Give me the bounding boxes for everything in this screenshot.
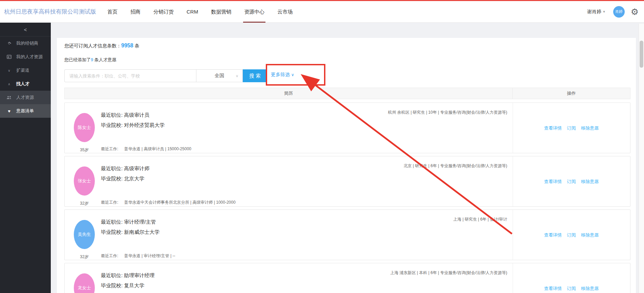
- nav-item[interactable]: CRM: [180, 1, 205, 23]
- more-filter-label: 更多筛选: [271, 72, 290, 77]
- sidebar-item-label: 我的经销商: [16, 40, 38, 46]
- nav-item-label: 云市场: [277, 9, 293, 15]
- sidebar-item[interactable]: ∧ 找人才: [0, 77, 51, 91]
- table-header: 简历 操作: [64, 88, 630, 99]
- people-icon: [6, 95, 12, 100]
- school-label: 毕业院校:: [101, 122, 123, 128]
- work-label: 最近工作:: [101, 253, 118, 258]
- sidebar-item[interactable]: 人才资源: [0, 91, 51, 104]
- top-red-strip: [0, 0, 644, 1]
- column-header-resume: 简历: [65, 88, 512, 99]
- nav-item[interactable]: 首页: [101, 1, 124, 23]
- talent-job-line: 最近职位: 高级审计师: [101, 165, 149, 172]
- nav-item-label: 分销订货: [153, 9, 174, 15]
- talent-work-line: 最近工作: 普华永道 | 审计经理/主管 | --: [101, 253, 175, 259]
- chevron-down-icon: ∨: [6, 69, 12, 72]
- row-actions: 查看详情 订阅 移除意愿: [513, 125, 630, 131]
- view-detail-link[interactable]: 查看详情: [544, 126, 562, 131]
- talent-avatar: 陈女士: [74, 113, 95, 142]
- view-detail-link[interactable]: 查看详情: [544, 286, 562, 291]
- content-panel: 您还可订阅人才信息条数：9958 条 您已经添加了9 条人才意愿 全国 ∨ 搜 …: [57, 38, 636, 293]
- remove-wish-link[interactable]: 移除意愿: [581, 286, 599, 291]
- sidebar-item[interactable]: ∨ 扩渠道: [0, 64, 51, 77]
- nav-item[interactable]: 招商: [124, 1, 147, 23]
- avatar[interactable]: 肖婷: [613, 6, 625, 18]
- talent-row: 吴先生 32岁 最近职位: 审计经理/主管 毕业院校: 新南威尔士大学 最近工作…: [64, 209, 630, 260]
- search-button[interactable]: 搜 索: [243, 69, 267, 82]
- sidebar-item-label: 意愿清单: [16, 108, 34, 114]
- more-filter-link[interactable]: 更多筛选∨: [271, 72, 294, 78]
- school-label: 毕业院校:: [101, 283, 123, 288]
- remove-wish-link[interactable]: 移除意愿: [581, 232, 599, 238]
- subscribe-count: 9958: [121, 43, 133, 48]
- brand-title: 杭州日思夜享高科技有限公司测试版: [4, 8, 96, 16]
- sidebar-item-label: 扩渠道: [16, 67, 29, 73]
- sidebar-item[interactable]: 我的人才资源: [0, 50, 51, 64]
- subscribe-link[interactable]: 订阅: [567, 179, 576, 184]
- search-bar: 全国 ∨ 搜 索: [64, 69, 267, 82]
- sidebar-item[interactable]: 我的经销商: [0, 37, 51, 50]
- sidebar-item[interactable]: ♥ 意愿清单: [0, 104, 51, 118]
- nav-item-label: 数据营销: [211, 9, 231, 15]
- talent-meta: 上海 浦东新区 | 本科 | 6年 | 专业服务/咨询(财会/法律/人力资源等): [390, 270, 507, 276]
- talent-job-line: 最近职位: 助理审计经理: [101, 272, 154, 279]
- talent-name: 陈女士: [78, 125, 91, 131]
- sidebar-collapse-button[interactable]: <: [0, 23, 51, 37]
- region-select-value: 全国: [215, 73, 224, 79]
- nav-item-label: 招商: [130, 9, 141, 15]
- nav-item[interactable]: 资源中心: [238, 1, 271, 23]
- subscribe-link[interactable]: 订阅: [567, 232, 576, 238]
- talent-school-line: 毕业院校: 新南威尔士大学: [101, 229, 159, 235]
- remove-wish-link[interactable]: 移除意愿: [581, 179, 599, 184]
- region-select[interactable]: 全国 ∨: [196, 69, 243, 82]
- school-value: 复旦大学: [124, 283, 144, 288]
- gear-icon[interactable]: ⚙: [631, 7, 639, 16]
- chevron-up-icon: ∧: [6, 82, 12, 86]
- sidebar-item-label: 找人才: [16, 81, 29, 87]
- added-count-line: 您已经添加了9 条人才意愿: [64, 57, 116, 63]
- heart-icon: ♥: [6, 109, 12, 114]
- nav-item[interactable]: 云市场: [271, 1, 299, 23]
- top-nav: 首页 招商 分销订货 CRM 数据营销 资源中心 云市场: [101, 1, 299, 23]
- subscribe-link[interactable]: 订阅: [567, 286, 576, 291]
- talent-school-line: 毕业院校: 复旦大学: [101, 283, 144, 289]
- talent-row: 陈女士 35岁 最近职位: 高级审计员 毕业院校: 对外经济贸易大学 最近工作:…: [64, 103, 630, 153]
- chevron-down-icon: ∨: [236, 74, 238, 78]
- job-value: 审计经理/主管: [124, 219, 156, 225]
- user-name[interactable]: 谢肖婷: [587, 9, 601, 15]
- remove-wish-link[interactable]: 移除意愿: [581, 126, 599, 131]
- talent-work-line: 最近工作: 普华永道 | 高级审计员 | 15000-25000: [101, 146, 191, 152]
- subscribe-link[interactable]: 订阅: [567, 126, 576, 131]
- subscribe-suffix: 条: [133, 43, 139, 48]
- school-value: 新南威尔士大学: [124, 229, 159, 235]
- view-detail-link[interactable]: 查看详情: [544, 232, 562, 238]
- talent-job-line: 最近职位: 审计经理/主管: [101, 219, 156, 225]
- talent-name: 张女士: [78, 178, 91, 184]
- app-header: 杭州日思夜享高科技有限公司测试版 首页 招商 分销订货 CRM 数据营销 资源中…: [0, 1, 644, 23]
- scrollbar-thumb[interactable]: [640, 41, 643, 68]
- sidebar-item-label: 人才资源: [16, 94, 34, 100]
- added-suffix: 条人才意愿: [93, 57, 116, 62]
- talent-avatar: 张女士: [74, 166, 95, 196]
- nav-item-label: 资源中心: [244, 9, 264, 15]
- caret-down-icon[interactable]: ▾: [603, 9, 605, 14]
- job-label: 最近职位:: [101, 165, 123, 171]
- nav-item[interactable]: 分销订货: [147, 1, 180, 23]
- handshake-icon: [6, 41, 12, 46]
- talent-row: 张女士 32岁 最近职位: 高级审计师 毕业院校: 北京大学 最近工作: 普华永…: [64, 156, 630, 207]
- header-right: 谢肖婷 ▾ 肖婷 ⚙: [587, 6, 644, 18]
- search-input[interactable]: [64, 69, 196, 82]
- talent-avatar: 龙女士: [74, 273, 95, 293]
- talent-name: 吴先生: [78, 231, 91, 238]
- job-value: 高级审计师: [124, 165, 149, 171]
- added-prefix: 您已经添加了: [64, 57, 91, 62]
- talent-work-line: 最近工作: 普华永道中天会计师事务所北京分所 | 高级审计师 | 1000-20…: [101, 200, 236, 205]
- job-value: 高级审计员: [124, 112, 149, 118]
- school-value: 对外经济贸易大学: [124, 122, 165, 128]
- view-detail-link[interactable]: 查看详情: [544, 179, 562, 184]
- nav-item[interactable]: 数据营销: [205, 1, 238, 23]
- talent-list: 陈女士 35岁 最近职位: 高级审计员 毕业院校: 对外经济贸易大学 最近工作:…: [64, 103, 630, 293]
- talent-school-line: 毕业院校: 对外经济贸易大学: [101, 122, 165, 129]
- row-actions: 查看详情 订阅 移除意愿: [513, 179, 630, 185]
- scrollbar-track[interactable]: [639, 24, 644, 293]
